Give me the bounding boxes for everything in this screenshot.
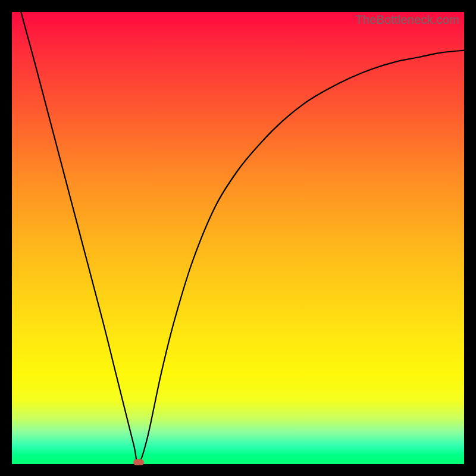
bottleneck-curve bbox=[12, 12, 464, 464]
minimum-marker bbox=[133, 459, 144, 465]
plot-area: TheBottleneck.com bbox=[12, 12, 464, 464]
